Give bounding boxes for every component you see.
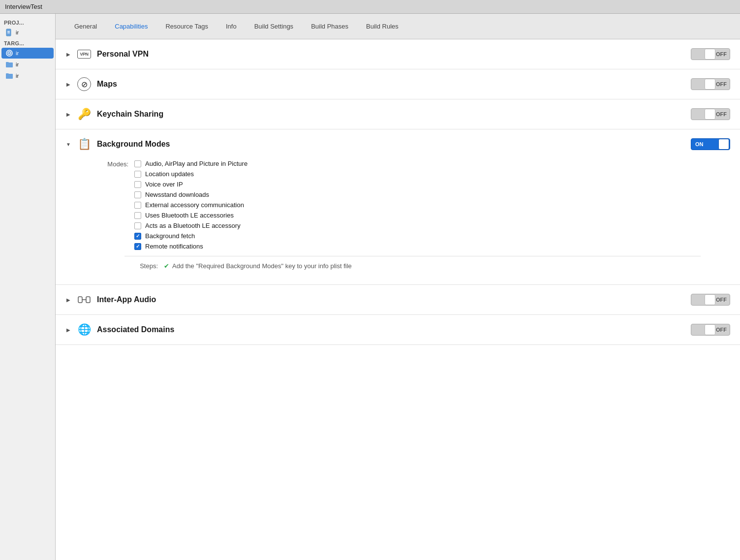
steps-label: Steps:	[124, 262, 164, 270]
folder-icon-1	[5, 61, 13, 68]
interapp-toggle[interactable]: OFF	[691, 294, 730, 306]
checkbox-external-accessory[interactable]	[134, 202, 141, 209]
capability-personal-vpn: ▶ VPN Personal VPN OFF	[56, 39, 740, 69]
folder-icon-2	[5, 72, 13, 80]
mode-external-accessory-label: External accessory communication	[145, 201, 244, 209]
mode-remote-notifications: Remote notifications	[134, 243, 247, 250]
checkbox-audio[interactable]	[134, 160, 141, 167]
mode-audio-label: Audio, AirPlay and Picture in Picture	[145, 160, 247, 167]
modes-list: Audio, AirPlay and Picture in Picture Lo…	[134, 160, 247, 250]
bgmodes-separator	[124, 256, 701, 256]
svg-rect-1	[7, 31, 10, 32]
keychain-icon: 🔑	[76, 106, 92, 122]
keychain-expand-arrow[interactable]: ▶	[65, 111, 71, 117]
mode-external-accessory: External accessory communication	[134, 201, 247, 209]
modes-label: Modes:	[95, 160, 134, 250]
bgmodes-collapse-arrow[interactable]: ▼	[65, 141, 71, 147]
step1-check-icon: ✔	[164, 262, 169, 270]
capability-background-modes: ▼ 📋 Background Modes ON M	[56, 129, 740, 285]
sidebar-item-folder1[interactable]: ir	[1, 59, 54, 70]
bgmodes-toggle[interactable]: ON	[691, 138, 730, 150]
tab-resource-tags[interactable]: Resource Tags	[156, 19, 216, 34]
checkbox-location[interactable]	[134, 171, 141, 178]
capability-keychain: ▶ 🔑 Keychain Sharing OFF	[56, 99, 740, 129]
mode-remote-notifications-label: Remote notifications	[145, 243, 203, 250]
tab-info[interactable]: Info	[217, 19, 246, 34]
steps-content: ✔ Add the "Required Background Modes" ke…	[164, 262, 352, 270]
main-content: General Capabilities Resource Tags Info …	[56, 14, 740, 560]
capabilities-content: ▶ VPN Personal VPN OFF	[56, 39, 740, 560]
capability-associated-domains: ▶ 🌐 Associated Domains OFF	[56, 315, 740, 345]
mode-location-label: Location updates	[145, 170, 194, 178]
mode-ble-accessories-label: Uses Bluetooth LE accessories	[145, 212, 234, 219]
step1-text: Add the "Required Background Modes" key …	[172, 262, 352, 270]
mode-newsstand-label: Newsstand downloads	[145, 191, 209, 198]
domains-toggle[interactable]: OFF	[691, 324, 730, 336]
mode-voip: Voice over IP	[134, 181, 247, 188]
mode-audio: Audio, AirPlay and Picture in Picture	[134, 160, 247, 167]
titlebar: InterviewTest	[0, 0, 740, 14]
bgmodes-expanded-content: Modes: Audio, AirPlay and Picture in Pic…	[65, 152, 730, 278]
bgmodes-icon: 📋	[76, 136, 92, 152]
sidebar-proj-label: PROJ...	[0, 18, 55, 27]
mode-bg-fetch: Background fetch	[134, 232, 247, 240]
domains-title: Associated Domains	[97, 325, 174, 334]
mode-ble-accessories: Uses Bluetooth LE accessories	[134, 212, 247, 219]
tabs-bar: General Capabilities Resource Tags Info …	[56, 14, 740, 39]
checkbox-ble-accessory[interactable]	[134, 222, 141, 229]
tab-build-rules[interactable]: Build Rules	[357, 19, 407, 34]
vpn-icon: VPN	[76, 46, 92, 62]
interapp-icon	[76, 292, 92, 308]
vpn-toggle[interactable]: OFF	[691, 48, 730, 60]
capability-maps: ▶ ⊘ Maps OFF	[56, 69, 740, 99]
mode-location: Location updates	[134, 170, 247, 178]
checkbox-remote-notifications[interactable]	[134, 243, 141, 250]
sidebar-proj-item-label: ir	[16, 30, 19, 35]
capability-inter-app-audio: ▶ Inter-App Audio OFF	[56, 285, 740, 315]
file-icon	[5, 29, 13, 36]
sidebar-folder1-label: ir	[16, 62, 19, 67]
sidebar-folder2-label: ir	[16, 73, 19, 79]
svg-rect-6	[78, 297, 82, 303]
mode-newsstand: Newsstand downloads	[134, 191, 247, 198]
tab-general[interactable]: General	[65, 19, 106, 34]
domains-icon: 🌐	[76, 322, 92, 338]
checkbox-voip[interactable]	[134, 181, 141, 188]
vpn-title: Personal VPN	[97, 50, 149, 59]
maps-toggle[interactable]: OFF	[691, 78, 730, 90]
interapp-title: Inter-App Audio	[97, 295, 156, 304]
mode-voip-label: Voice over IP	[145, 181, 183, 188]
interapp-expand-arrow[interactable]: ▶	[65, 297, 71, 303]
domains-expand-arrow[interactable]: ▶	[65, 327, 71, 333]
sidebar-item-folder2[interactable]: ir	[1, 70, 54, 81]
vpn-expand-arrow[interactable]: ▶	[65, 51, 71, 57]
svg-point-5	[9, 53, 10, 54]
mode-ble-accessory-label: Acts as a Bluetooth LE accessory	[145, 222, 241, 229]
maps-icon: ⊘	[76, 76, 92, 92]
svg-rect-7	[86, 297, 90, 303]
target-icon	[5, 49, 13, 57]
keychain-title: Keychain Sharing	[97, 110, 163, 119]
mode-bg-fetch-label: Background fetch	[145, 232, 195, 240]
tab-capabilities[interactable]: Capabilities	[106, 19, 156, 34]
checkbox-bg-fetch[interactable]	[134, 233, 141, 240]
tab-build-phases[interactable]: Build Phases	[302, 19, 357, 34]
maps-title: Maps	[97, 80, 117, 89]
mode-ble-accessory: Acts as a Bluetooth LE accessory	[134, 222, 247, 229]
sidebar-item-proj[interactable]: ir	[1, 27, 54, 38]
maps-expand-arrow[interactable]: ▶	[65, 81, 71, 87]
sidebar-targ-label: TARG...	[0, 38, 55, 47]
svg-rect-2	[7, 32, 10, 33]
titlebar-title: InterviewTest	[5, 3, 42, 10]
sidebar-item-target-active[interactable]: ir	[1, 48, 54, 59]
sidebar: PROJ... ir TARG... ir ir ir	[0, 14, 56, 560]
keychain-toggle[interactable]: OFF	[691, 108, 730, 120]
sidebar-targ-item-label: ir	[16, 50, 19, 56]
checkbox-newsstand[interactable]	[134, 191, 141, 198]
bgmodes-title: Background Modes	[97, 140, 170, 149]
checkbox-ble-accessories[interactable]	[134, 212, 141, 219]
steps-row: Steps: ✔ Add the "Required Background Mo…	[95, 262, 730, 270]
tab-build-settings[interactable]: Build Settings	[246, 19, 303, 34]
modes-row: Modes: Audio, AirPlay and Picture in Pic…	[95, 160, 730, 250]
